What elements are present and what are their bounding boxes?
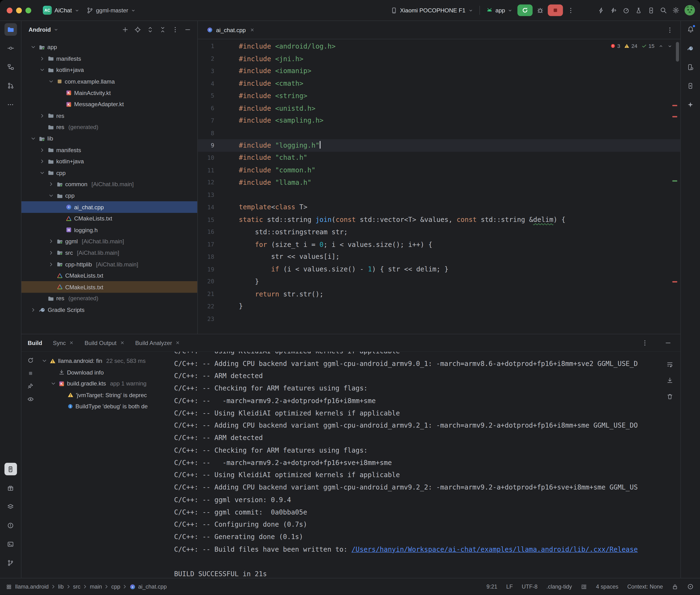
line-number[interactable]: 21 [199,290,214,297]
running-devices-tool-button[interactable] [684,80,696,92]
tree-toggle[interactable] [30,44,37,50]
line-number[interactable]: 1 [199,43,214,50]
line-number[interactable]: 5 [199,93,214,99]
user-avatar[interactable] [684,4,696,16]
more-run-options-button[interactable] [564,4,577,17]
build-tab-build-output[interactable]: Build Output [85,339,124,346]
build-tree-item-llama-android-fin[interactable]: llama.android: fin22 sec, 583 ms [39,355,170,367]
scroll-to-end-button[interactable] [663,374,676,387]
tree-item-ai-chat-cpp[interactable]: +ai_chat.cpp [22,201,197,213]
device-mirroring-button[interactable] [645,4,657,17]
project-tree[interactable]: appmanifestskotlin+javacom.example.llama… [22,38,197,334]
error-stripe-mark[interactable] [672,105,677,106]
passed-badge[interactable]: 15 [641,43,654,49]
build-tree-item-jvmtarget-string-is-deprec[interactable]: 'jvmTarget: String' is deprec [39,389,170,401]
tree-toggle[interactable] [30,307,37,313]
tree-item-kotlin-java[interactable]: kotlin+java [22,156,197,167]
app-quality-insights-tool-button[interactable] [4,481,17,494]
zoom-window-button[interactable] [26,7,31,13]
project-tool-button[interactable] [4,23,17,35]
indent-size[interactable]: 4 spaces [596,584,618,590]
vcs-branch-widget[interactable]: ggml-master [83,5,140,16]
build-tab-build[interactable]: Build [28,339,42,346]
breadcrumb-main[interactable]: main [90,584,102,590]
editor-options-button[interactable] [663,24,676,36]
warning-badge[interactable]: 24 [624,43,637,49]
tree-item-ggml-aichat-lib-main[interactable]: ggml[AiChat.lib.main] [22,236,197,247]
close-tab-button[interactable] [250,28,254,32]
version-control-tool-button[interactable] [4,557,17,569]
tree-item-cmakelists-txt[interactable]: CMakeLists.txt [22,281,197,293]
tree-toggle[interactable] [47,181,55,187]
error-stripe-mark[interactable] [672,281,677,283]
locate-file-button[interactable] [132,24,143,35]
device-manager-tool-button[interactable] [684,61,696,73]
line-number[interactable]: 8 [199,130,214,136]
tree-item-kotlin-java[interactable]: kotlin+java [22,64,197,76]
line-number[interactable]: 6 [199,105,214,112]
collapse-all-button[interactable] [157,24,168,35]
line-number[interactable]: 17 [199,241,214,248]
tree-toggle[interactable] [47,250,55,256]
close-icon[interactable] [69,340,74,345]
line-number[interactable]: 18 [199,253,214,260]
tree-item-logging-h[interactable]: Hlogging.h [22,224,197,236]
tab-ai-chat-cpp[interactable]: + ai_chat.cpp [202,21,259,39]
build-variants-tool-button[interactable] [4,500,17,513]
code-editor[interactable]: 1#include <android/log.h>2#include <jni.… [198,39,680,334]
line-number[interactable]: 23 [199,315,214,322]
tree-item-res-generated[interactable]: res(generated) [22,293,197,304]
tree-toggle[interactable] [47,261,55,267]
hide-panel-button[interactable] [182,24,193,35]
tree-item-app[interactable]: app [22,41,197,53]
close-icon[interactable] [120,340,124,345]
inspect-button[interactable] [25,394,36,404]
line-number[interactable]: 7 [199,117,214,124]
minimize-window-button[interactable] [16,7,22,13]
caret-position[interactable]: 9:21 [486,584,497,590]
error-stripe-mark[interactable] [672,116,677,117]
line-number[interactable]: 16 [199,229,214,235]
tree-toggle[interactable] [38,67,46,73]
tree-item-cpp[interactable]: cpp [22,190,197,201]
build-tree-item-build-gradle-kts[interactable]: Kbuild.gradle.ktsapp 1 warning [39,378,170,390]
next-issue-button[interactable] [667,44,672,49]
stop-build-button[interactable] [25,368,36,378]
problems-tool-button[interactable] [4,519,17,532]
inspections-widget[interactable]: 3 24 15 [608,42,674,50]
editor-scrollbar[interactable] [676,42,679,61]
line-number[interactable]: 2 [199,55,214,62]
tree-toggle[interactable] [38,170,46,176]
line-number[interactable]: 14 [199,204,214,210]
breadcrumb-src[interactable]: src [73,584,81,590]
tree-item-cmakelists-txt[interactable]: CMakeLists.txt [22,213,197,224]
logcat-tool-button[interactable] [4,463,17,475]
tree-toggle[interactable] [30,136,37,141]
stop-app-button[interactable] [548,4,563,16]
breadcrumb-lib[interactable]: lib [58,584,64,590]
code-style-icon[interactable] [581,584,587,590]
device-selector[interactable]: Xiaomi POCOPHONE F1 [387,5,477,16]
rerun-build-button[interactable] [25,355,36,366]
tree-item-src-aichat-lib-main[interactable]: src[AiChat.lib.main] [22,247,197,259]
console-link[interactable]: /Users/hanyin/Workspace/ai-chat/examples… [352,545,638,553]
tree-item-res-generated[interactable]: res(generated) [22,121,197,133]
tree-item-mainactivity-kt[interactable]: KMainActivity.kt [22,87,197,98]
line-number[interactable]: 4 [199,80,214,87]
line-number[interactable]: 11 [199,167,214,173]
structure-tool-button[interactable] [4,61,17,73]
context-status[interactable]: Context: None [627,584,663,590]
tree-item-cpp-httplib-aichat-lib-main[interactable]: cpp-httplib[AiChat.lib.main] [22,259,197,270]
tree-item-cpp[interactable]: cpp [22,167,197,178]
apply-changes-button[interactable] [595,4,607,17]
commit-tool-button[interactable] [4,42,17,54]
profiler-button[interactable] [620,4,632,17]
panel-options-button[interactable] [170,24,180,35]
tree-item-lib[interactable]: lib [22,133,197,144]
build-tree[interactable]: llama.android: fin22 sec, 583 msDownload… [39,352,170,578]
terminal-tool-button[interactable] [4,538,17,550]
soft-wrap-button[interactable] [663,358,676,370]
pin-button[interactable] [25,381,36,391]
rerun-app-button[interactable] [517,4,533,16]
assistant-tool-button[interactable] [684,98,696,111]
